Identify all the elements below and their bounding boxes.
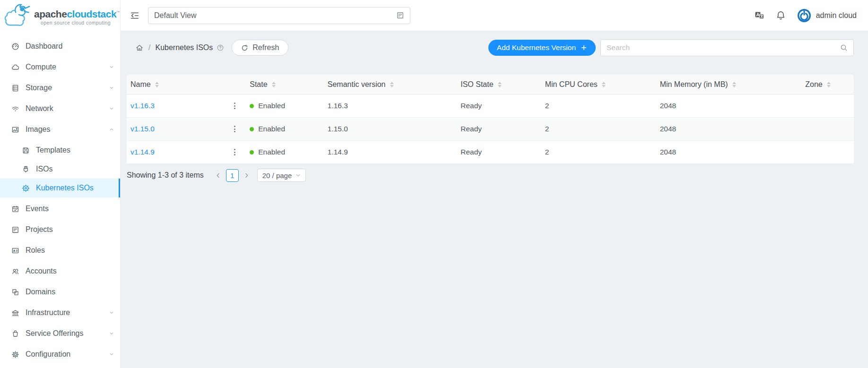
gear-icon xyxy=(11,351,19,359)
sidebar-item-label: Service Offerings xyxy=(26,329,109,338)
sidebar-item-isos[interactable]: ISOs xyxy=(0,160,120,179)
page-size-select[interactable]: 20 / page xyxy=(257,169,306,182)
usb-icon xyxy=(22,165,30,173)
sidebar-item-kubernetes-isos[interactable]: Kubernetes ISOs xyxy=(0,179,120,197)
project-icon xyxy=(396,11,404,19)
question-circle-icon[interactable] xyxy=(217,44,224,51)
cell-iso-state: Ready xyxy=(457,125,541,133)
chevron-down-icon xyxy=(109,85,114,91)
cell-min-cpu-cores: 2 xyxy=(541,102,656,110)
page-number-button[interactable]: 1 xyxy=(226,169,239,182)
wifi-icon xyxy=(11,105,19,113)
idcard-icon xyxy=(11,247,19,255)
row-actions-button[interactable] xyxy=(231,147,238,157)
sidebar-item-storage[interactable]: Storage xyxy=(0,78,120,97)
table-row: v1.16.3Enabled1.16.3Ready22048 xyxy=(127,94,854,118)
column-header-semantic-version[interactable]: Semantic version xyxy=(324,80,457,89)
cell-iso-state: Ready xyxy=(457,102,541,110)
view-selector-value: Default View xyxy=(154,11,396,20)
sidebar-item-projects[interactable]: Projects xyxy=(0,220,120,239)
sidebar-item-compute[interactable]: Compute xyxy=(0,58,120,77)
sidebar-item-label: Roles xyxy=(26,246,112,255)
main-column: Default View xyxy=(121,0,868,368)
sidebar-item-network[interactable]: Network xyxy=(0,99,120,118)
column-header-name[interactable]: Name xyxy=(127,80,246,89)
bank-icon xyxy=(11,309,19,317)
cloudstack-logo[interactable]: apachecloudstack™ open source cloud comp… xyxy=(0,0,120,31)
cloudstack-app: apachecloudstack™ open source cloud comp… xyxy=(0,0,868,368)
search-icon[interactable] xyxy=(840,44,848,51)
cell-semantic-version: 1.16.3 xyxy=(324,102,457,110)
version-link[interactable]: v1.15.0 xyxy=(130,125,155,133)
sidebar-item-label: Dashboard xyxy=(26,42,112,51)
sidebar-item-dashboard[interactable]: Dashboard xyxy=(0,37,120,56)
row-actions-button[interactable] xyxy=(231,101,238,111)
sidebar-item-domains[interactable]: Domains xyxy=(0,282,120,301)
bell-icon[interactable] xyxy=(776,10,786,20)
status-dot-icon xyxy=(250,104,254,108)
sidebar-item-roles[interactable]: Roles xyxy=(0,241,120,260)
cell-name: v1.15.0 xyxy=(127,124,246,134)
column-header-min-memory-in-mb[interactable]: Min Memory (in MB) xyxy=(656,80,802,89)
sort-carets-icon xyxy=(272,82,276,87)
sort-carets-icon xyxy=(390,82,394,87)
add-kubernetes-version-button[interactable]: Add Kubernetes Version xyxy=(488,40,596,56)
sidebar-item-label: Storage xyxy=(26,84,109,92)
version-link[interactable]: v1.14.9 xyxy=(130,148,155,156)
cell-state: Enabled xyxy=(246,125,324,133)
translation-icon[interactable] xyxy=(755,10,764,20)
save-icon xyxy=(22,146,30,154)
column-header-zone[interactable]: Zone xyxy=(801,80,854,89)
sidebar-item-label: Kubernetes ISOs xyxy=(36,184,112,192)
sidebar-item-label: Events xyxy=(26,205,112,213)
cell-iso-state: Ready xyxy=(457,148,541,156)
cloud-icon xyxy=(11,63,19,71)
version-link[interactable]: v1.16.3 xyxy=(130,102,155,110)
chevron-up-icon xyxy=(109,127,114,132)
chevron-left-icon[interactable] xyxy=(212,172,224,179)
column-header-iso-state[interactable]: ISO State xyxy=(457,80,541,89)
cell-min-cpu-cores: 2 xyxy=(541,148,656,156)
refresh-button[interactable]: Refresh xyxy=(232,40,288,56)
calendar-check-icon xyxy=(11,205,19,213)
chevron-right-icon[interactable] xyxy=(241,172,252,179)
sidebar-item-templates[interactable]: Templates xyxy=(0,141,120,160)
brand-tagline: open source cloud computing xyxy=(34,20,120,26)
refresh-label: Refresh xyxy=(252,43,279,52)
view-selector[interactable]: Default View xyxy=(148,7,410,24)
table-body: v1.16.3Enabled1.16.3Ready22048v1.15.0Ena… xyxy=(127,94,854,164)
search-input[interactable] xyxy=(607,43,840,52)
column-header-state[interactable]: State xyxy=(246,80,324,89)
sidebar-item-label: ISOs xyxy=(36,165,112,173)
cell-min-memory: 2048 xyxy=(656,148,802,156)
home-icon[interactable] xyxy=(135,43,144,52)
row-actions-button[interactable] xyxy=(231,124,238,134)
user-menu[interactable]: admin cloud xyxy=(797,9,857,23)
sidebar-item-label: Accounts xyxy=(26,267,112,275)
sidebar-item-events[interactable]: Events xyxy=(0,199,120,218)
cell-semantic-version: 1.15.0 xyxy=(324,125,457,133)
topbar: Default View xyxy=(121,0,868,31)
sidebar-item-configuration[interactable]: Configuration xyxy=(0,345,120,364)
menu-fold-icon[interactable] xyxy=(130,11,139,20)
sidebar-item-label: Infrastructure xyxy=(26,308,109,317)
brand-wordmark: apachecloudstack™ xyxy=(34,8,120,19)
sidebar-item-infrastructure[interactable]: Infrastructure xyxy=(0,303,120,322)
plus-icon xyxy=(581,44,587,51)
sidebar-item-images[interactable]: Images xyxy=(0,120,120,139)
cell-min-memory: 2048 xyxy=(656,102,802,110)
database-icon xyxy=(11,84,19,92)
content: / Kubernetes ISOs xyxy=(121,31,868,368)
picture-icon xyxy=(11,126,19,134)
project-icon xyxy=(11,226,19,234)
chevron-down-icon xyxy=(295,173,301,178)
sidebar-item-accounts[interactable]: Accounts xyxy=(0,262,120,281)
status-dot-icon xyxy=(250,150,254,154)
table-row: v1.15.0Enabled1.15.0Ready22048 xyxy=(127,118,854,141)
sidebar-item-label: Templates xyxy=(36,146,112,154)
table-row: v1.14.9Enabled1.14.9Ready22048 xyxy=(127,141,854,164)
sidebar-item-service-offerings[interactable]: Service Offerings xyxy=(0,324,120,343)
column-header-min-cpu-cores[interactable]: Min CPU Cores xyxy=(541,80,656,89)
table-header-row: NameStateSemantic versionISO StateMin CP… xyxy=(127,75,854,94)
reload-icon xyxy=(241,44,248,51)
